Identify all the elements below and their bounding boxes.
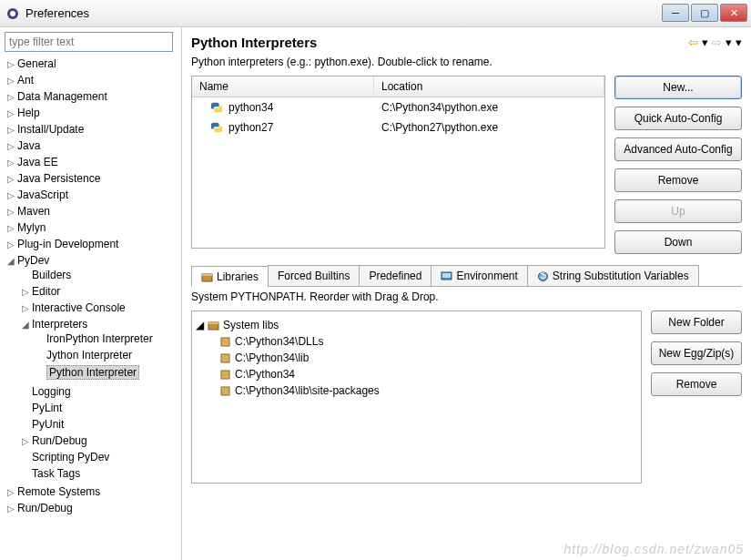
minimize-button[interactable]: ─ bbox=[662, 4, 689, 22]
tree-item[interactable]: Builders bbox=[19, 269, 177, 281]
jar-icon bbox=[219, 336, 231, 348]
lib-item[interactable]: C:\Python34\lib bbox=[219, 350, 637, 366]
quick-auto-config-button[interactable]: Quick Auto-Config bbox=[614, 107, 742, 130]
svg-rect-3 bbox=[202, 274, 212, 276]
pythonpath-desc: System PYTHONPATH. Reorder with Drag & D… bbox=[191, 290, 742, 303]
forward-icon[interactable]: ⇨ bbox=[712, 36, 722, 49]
svg-rect-9 bbox=[208, 322, 218, 324]
svg-rect-12 bbox=[221, 371, 229, 379]
page-desc: Python interpreters (e.g.: python.exe). … bbox=[191, 56, 742, 68]
tree-item[interactable]: ▷Remote Systems bbox=[5, 485, 177, 498]
back-menu-icon[interactable]: ▾ bbox=[702, 36, 708, 49]
right-panel: Python Interpreters ⇦ ▾ ⇨ ▾ ▾ Python int… bbox=[182, 27, 751, 560]
tree-item[interactable]: ▷Plug-in Development bbox=[5, 238, 177, 250]
tree-item[interactable]: ▷Java Persistence bbox=[5, 172, 177, 185]
tree-item[interactable]: ▷Interactive Console bbox=[19, 301, 177, 314]
maximize-button[interactable]: ▢ bbox=[691, 4, 718, 22]
page-menu-icon[interactable]: ▾ bbox=[736, 36, 742, 49]
page-title: Python Interpreters bbox=[191, 35, 317, 50]
forward-menu-icon[interactable]: ▾ bbox=[726, 36, 732, 49]
svg-rect-5 bbox=[442, 273, 451, 278]
tree-item[interactable]: ▷Maven bbox=[5, 205, 177, 218]
lib-item[interactable]: C:\Python34 bbox=[219, 366, 637, 382]
tree-item[interactable]: PyLint bbox=[19, 402, 177, 414]
tree-item[interactable]: ▷Run/Debug bbox=[5, 502, 177, 514]
window-title: Preferences bbox=[25, 6, 89, 20]
tree-item[interactable]: PyUnit bbox=[19, 418, 177, 431]
tree-item[interactable]: ▷General bbox=[5, 57, 177, 70]
col-name[interactable]: Name bbox=[192, 76, 374, 97]
tree-item[interactable]: ▷Ant bbox=[5, 74, 177, 87]
variable-icon: $ bbox=[537, 270, 549, 282]
advanced-auto-config-button[interactable]: Advanced Auto-Config bbox=[614, 137, 742, 161]
tab-string-substitution[interactable]: $String Substitution Variables bbox=[527, 265, 699, 286]
tree-item[interactable]: Scripting PyDev bbox=[19, 451, 177, 463]
down-button[interactable]: Down bbox=[614, 230, 742, 254]
python-icon bbox=[210, 121, 223, 134]
svg-point-1 bbox=[10, 11, 15, 16]
environment-icon bbox=[441, 270, 452, 282]
new-folder-button[interactable]: New Folder bbox=[651, 311, 742, 334]
page-nav-icons: ⇦ ▾ ⇨ ▾ ▾ bbox=[688, 36, 742, 49]
lib-item[interactable]: C:\Python34\lib\site-packages bbox=[219, 382, 637, 399]
filter-input[interactable] bbox=[5, 32, 173, 52]
tree-item[interactable]: Task Tags bbox=[19, 467, 177, 480]
remove-interpreter-button[interactable]: Remove bbox=[614, 168, 742, 192]
tree-item-python-interpreter[interactable]: Python Interpreter bbox=[34, 365, 177, 380]
tree-item[interactable]: IronPython Interpreter bbox=[34, 332, 177, 345]
table-row[interactable]: python27 C:\Python27\python.exe bbox=[192, 117, 604, 137]
back-icon[interactable]: ⇦ bbox=[688, 36, 698, 49]
new-egg-zip-button[interactable]: New Egg/Zip(s) bbox=[651, 341, 742, 365]
tree-item[interactable]: ▷Run/Debug bbox=[19, 434, 177, 447]
libraries-icon bbox=[201, 271, 213, 283]
tree-item[interactable]: ▷Install/Update bbox=[5, 123, 177, 136]
tree-item[interactable]: Logging bbox=[19, 385, 177, 398]
tree-item-system-libs[interactable]: ◢System libs bbox=[196, 317, 637, 333]
tree-item[interactable]: ▷Java EE bbox=[5, 156, 177, 168]
tree-item[interactable]: ▷JavaScript bbox=[5, 188, 177, 201]
tab-libraries[interactable]: Libraries bbox=[191, 266, 269, 287]
jar-icon bbox=[219, 352, 231, 364]
interpreters-table[interactable]: Name Location python34 C:\Python34\pytho… bbox=[191, 76, 605, 249]
left-panel: ▷General ▷Ant ▷Data Management ▷Help ▷In… bbox=[0, 27, 182, 560]
tree-item-interpreters[interactable]: ◢Interpreters bbox=[19, 318, 177, 331]
tree-item[interactable]: ▷Help bbox=[5, 107, 177, 119]
svg-text:$: $ bbox=[540, 270, 546, 281]
tab-bar: Libraries Forced Builtins Predefined Env… bbox=[191, 265, 742, 287]
title-bar: Preferences ─ ▢ ✕ bbox=[0, 0, 751, 27]
tree-item-pydev[interactable]: ◢PyDev bbox=[5, 254, 177, 267]
svg-rect-10 bbox=[221, 338, 229, 346]
remove-lib-button[interactable]: Remove bbox=[651, 372, 742, 396]
up-button[interactable]: Up bbox=[614, 199, 742, 223]
app-icon bbox=[5, 6, 20, 21]
tab-predefined[interactable]: Predefined bbox=[359, 265, 431, 286]
svg-rect-11 bbox=[221, 354, 229, 362]
close-button[interactable]: ✕ bbox=[720, 4, 747, 22]
jar-icon bbox=[219, 385, 231, 397]
tree-item[interactable]: ▷Editor bbox=[19, 285, 177, 298]
preferences-tree[interactable]: ▷General ▷Ant ▷Data Management ▷Help ▷In… bbox=[5, 56, 177, 516]
watermark: http://blog.csdn.net/zwan05 bbox=[564, 542, 744, 556]
svg-rect-13 bbox=[221, 387, 229, 395]
table-row[interactable]: python34 C:\Python34\python.exe bbox=[192, 97, 604, 117]
tree-item[interactable]: ▷Data Management bbox=[5, 90, 177, 103]
col-location[interactable]: Location bbox=[374, 76, 604, 97]
libraries-tree[interactable]: ◢System libs C:\Python34\DLLs C:\Python3… bbox=[191, 311, 642, 484]
tree-item[interactable]: Jython Interpreter bbox=[34, 349, 177, 361]
python-icon bbox=[210, 101, 223, 114]
new-button[interactable]: New... bbox=[614, 76, 742, 99]
lib-item[interactable]: C:\Python34\DLLs bbox=[219, 333, 637, 350]
libraries-icon bbox=[208, 320, 219, 331]
tree-item[interactable]: ▷Mylyn bbox=[5, 221, 177, 234]
tree-item[interactable]: ▷Java bbox=[5, 139, 177, 152]
tab-forced-builtins[interactable]: Forced Builtins bbox=[268, 265, 360, 286]
jar-icon bbox=[219, 369, 231, 381]
tab-environment[interactable]: Environment bbox=[431, 265, 527, 286]
